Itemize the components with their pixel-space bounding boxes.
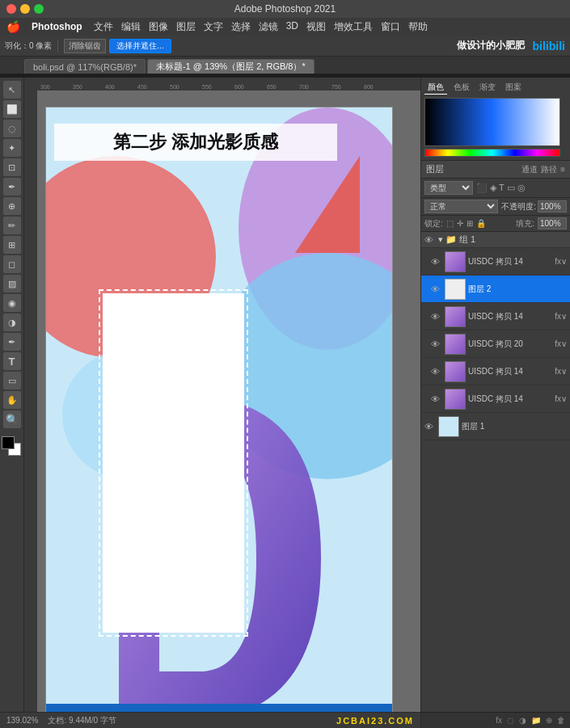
zoom-tool[interactable]: 🔍 <box>3 410 21 428</box>
eyedropper-tool[interactable]: ✒ <box>3 178 21 196</box>
new-layer-icon[interactable]: ⊕ <box>546 716 552 725</box>
tab-gradient[interactable]: 渐变 <box>476 81 499 95</box>
lock-all-icon[interactable]: 🔒 <box>476 219 486 228</box>
dodge-tool[interactable]: ◑ <box>3 314 21 331</box>
menu-edit[interactable]: 编辑 <box>121 20 141 34</box>
layer-uisdc-copy14-2[interactable]: 👁 UISDC 拷贝 14 fx∨ <box>421 303 570 330</box>
clone-tool[interactable]: ⊞ <box>3 236 21 254</box>
menu-view[interactable]: 视图 <box>306 20 326 34</box>
color-gradient-picker[interactable] <box>424 98 560 146</box>
fx-icon[interactable]: fx <box>496 716 502 725</box>
tab-color[interactable]: 颜色 <box>424 81 447 95</box>
layer-uisdc-copy20[interactable]: 👁 UISDC 拷贝 20 fx∨ <box>421 330 570 358</box>
layer-7-thumbnail <box>438 416 459 437</box>
maximize-button[interactable] <box>34 4 44 14</box>
opacity-input[interactable] <box>538 200 567 213</box>
layer-1-fx[interactable]: fx∨ <box>555 257 567 266</box>
tab-pattern[interactable]: 图案 <box>502 81 525 95</box>
add-mask-icon[interactable]: ◌ <box>507 716 514 725</box>
layer-group-1[interactable]: 👁 ▾ 📁 组 1 <box>421 232 570 248</box>
ruler-vertical <box>24 90 37 712</box>
layer-7-eye[interactable]: 👁 <box>424 422 436 431</box>
layer-3-fx[interactable]: fx∨ <box>555 312 567 321</box>
group-expand-icon: ▾ <box>438 234 443 245</box>
filter-icon-text[interactable]: T <box>499 183 505 193</box>
tab-channels[interactable]: 通道 <box>521 164 538 175</box>
layer-4-eye[interactable]: 👁 <box>431 339 442 349</box>
apple-menu[interactable]: 🍎 <box>6 20 20 33</box>
tab-paths[interactable]: 路径 <box>541 164 557 175</box>
menu-image[interactable]: 图像 <box>149 20 168 34</box>
fg-bg-color-indicator[interactable] <box>2 436 23 459</box>
spectrum-bar[interactable] <box>424 149 560 157</box>
lock-artboard-icon[interactable]: ⊞ <box>467 219 473 228</box>
add-adjustment-icon[interactable]: ◑ <box>519 716 526 725</box>
layer-1-eye[interactable]: 👁 <box>431 257 442 267</box>
menu-select[interactable]: 选择 <box>231 20 251 34</box>
menu-filter[interactable]: 滤镜 <box>259 20 278 34</box>
layer-5-eye[interactable]: 👁 <box>431 367 442 377</box>
layer-uisdc-copy14-1[interactable]: 👁 UISDC 拷贝 14 fx∨ <box>421 248 570 276</box>
filter-icon-shape[interactable]: ▭ <box>507 183 515 193</box>
layer-6-eye[interactable]: 👁 <box>431 394 442 404</box>
menu-plugins[interactable]: 增效工具 <box>334 20 373 34</box>
artwork-viewport[interactable]: 第二步 添加光影质感 Alt+Deldet填充前景色 <box>37 90 420 712</box>
delete-layer-icon[interactable]: 🗑 <box>557 716 565 725</box>
hand-tool[interactable]: ✋ <box>3 391 21 409</box>
heal-tool[interactable]: ⊕ <box>3 197 21 215</box>
layer-uisdc-copy14-4[interactable]: 👁 UISDC 拷贝 14 fx∨ <box>421 385 570 413</box>
layer-4-thumbnail <box>445 334 466 355</box>
magic-wand-tool[interactable]: ✦ <box>3 139 21 157</box>
canvas-area: 300 350 400 450 500 550 600 650 700 750 … <box>24 78 420 712</box>
layer-2-eye[interactable]: 👁 <box>431 284 442 294</box>
group-eye[interactable]: 👁 <box>424 235 436 245</box>
tab-untitled[interactable]: 未标题-1 @ 139%（图层 2, RGB/8）* <box>147 59 315 74</box>
text-tool[interactable]: T <box>3 352 21 370</box>
panel-menu-icon[interactable]: ≡ <box>560 165 565 174</box>
eraser-tool[interactable]: ◻ <box>3 255 21 273</box>
layer-6-fx[interactable]: fx∨ <box>555 394 567 403</box>
app-name: Photoshop <box>32 21 82 32</box>
menu-window[interactable]: 窗口 <box>381 20 400 34</box>
lock-pixels-icon[interactable]: ⬚ <box>446 219 454 228</box>
layer-3-eye[interactable]: 👁 <box>431 312 442 322</box>
blur-tool[interactable]: ◉ <box>3 294 21 312</box>
gradient-tool[interactable]: ▨ <box>3 275 21 292</box>
layer-layer1[interactable]: 👁 图层 1 <box>421 413 570 440</box>
filter-icon-smart[interactable]: ◎ <box>517 183 526 193</box>
layer-type-select[interactable]: 类型 名称 效果 <box>424 181 473 195</box>
brush-tool[interactable]: ✏ <box>3 217 21 234</box>
lock-position-icon[interactable]: ✛ <box>457 219 463 228</box>
filter-icon-adjust[interactable]: ◈ <box>490 183 496 193</box>
tab-boli[interactable]: boli.psd @ 117%(RGB/8)* <box>24 59 146 74</box>
menu-3d[interactable]: 3D <box>286 20 298 34</box>
ruler-horizontal: 300 350 400 450 500 550 600 650 700 750 … <box>24 78 420 90</box>
title-text: Adobe Photoshop 2021 <box>234 3 336 15</box>
move-tool[interactable]: ↖ <box>3 81 21 99</box>
layer-uisdc-copy14-3[interactable]: 👁 UISDC 拷贝 14 fx∨ <box>421 358 570 385</box>
minimize-button[interactable] <box>20 4 30 14</box>
menu-file[interactable]: 文件 <box>94 20 113 34</box>
layer-layer2[interactable]: 👁 图层 2 <box>421 276 570 303</box>
anti-alias-btn[interactable]: 消除锯齿 <box>64 39 106 53</box>
fill-input[interactable] <box>538 217 567 229</box>
filter-icon-pixel[interactable]: ⬛ <box>476 183 488 193</box>
menu-layer[interactable]: 图层 <box>176 20 196 34</box>
tab-layers[interactable]: 图层 <box>426 163 518 175</box>
shape-tool[interactable]: ▭ <box>3 372 21 389</box>
pen-tool[interactable]: ✒ <box>3 333 21 351</box>
tab-swatches[interactable]: 色板 <box>450 81 473 95</box>
layer-3-thumbnail <box>445 306 466 327</box>
layer-4-name: UISDC 拷贝 20 <box>468 339 552 350</box>
new-group-icon[interactable]: 📁 <box>531 716 541 725</box>
layer-5-fx[interactable]: fx∨ <box>555 367 567 376</box>
select-and-mask-btn[interactable]: 选择并遮住... <box>109 39 171 53</box>
lasso-tool[interactable]: ◌ <box>3 120 21 137</box>
blend-mode-select[interactable]: 正常 溶解 正片叠底 <box>424 200 498 213</box>
menu-text[interactable]: 文字 <box>204 20 223 34</box>
layer-4-fx[interactable]: fx∨ <box>555 339 567 348</box>
marquee-tool[interactable]: ⬜ <box>3 100 21 118</box>
menu-help[interactable]: 帮助 <box>408 20 428 34</box>
crop-tool[interactable]: ⊡ <box>3 158 21 176</box>
close-button[interactable] <box>6 4 16 14</box>
